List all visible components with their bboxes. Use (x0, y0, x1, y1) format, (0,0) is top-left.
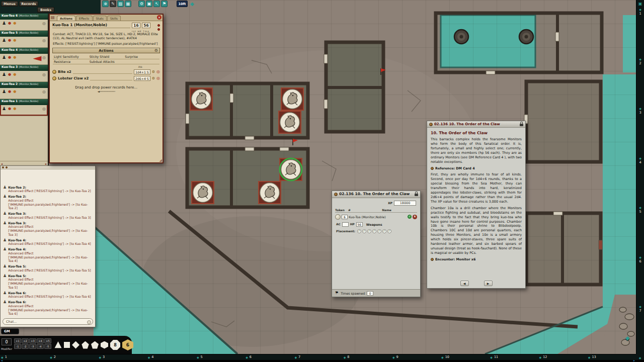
d4-die[interactable] (54, 341, 62, 349)
map-token[interactable] (260, 183, 280, 203)
scroll-left-icon[interactable]: ◂ (1, 162, 3, 165)
trait-item[interactable] (124, 59, 159, 64)
attack-settings-icon[interactable]: ⚙ (152, 70, 155, 74)
grid-tool-icon[interactable]: ▦ (125, 1, 131, 7)
flag-tool-icon[interactable]: ⚑ (161, 1, 168, 7)
token-icon[interactable]: ♟ (2, 72, 6, 77)
lock-icon[interactable] (520, 124, 523, 126)
chat-window[interactable]: ♟ Kuo-Toa 2: Advanced Effect ['RESIST:li… (0, 165, 96, 327)
story-window[interactable]: 02.136 10. The Order of the Claw 10. The… (427, 121, 526, 289)
wounds-icon[interactable]: ● (8, 22, 11, 25)
sheet-menu-icon[interactable]: ▤ (51, 16, 55, 20)
wounds-icon[interactable]: ● (8, 90, 11, 94)
tracker-entry-header[interactable]: Kuo-Toa 5 (Monitor,Noble) (0, 31, 48, 37)
status-icon[interactable]: ● (13, 39, 16, 42)
modifier-button[interactable]: +2 (22, 338, 29, 343)
tracker-entry-header[interactable]: Kuo-Toa 4 (Monitor,Noble) (0, 48, 48, 54)
trait-item[interactable]: Sticky Shield (89, 54, 124, 59)
layers-icon[interactable]: ▣ (146, 1, 152, 7)
tracker-entry[interactable]: Kuo-Toa 2 (Monitor,Noble) ♟ ● ● ◎ ◀ (0, 82, 48, 99)
spawn-icon[interactable]: ⚑ (335, 291, 339, 296)
modifier-button[interactable]: -1 (14, 344, 21, 349)
modifier-button[interactable]: +4 (37, 338, 44, 343)
window-link-icon[interactable] (429, 123, 433, 126)
close-icon[interactable]: ✕ (157, 15, 162, 20)
modifier-button[interactable]: -3 (29, 344, 36, 349)
wounds-icon[interactable]: ● (8, 73, 11, 76)
wounds-icon[interactable]: ● (8, 39, 11, 42)
map-menu-diamond-icon[interactable]: ◆ (625, 335, 629, 341)
next-page-button[interactable]: ▶ (484, 281, 493, 286)
damage-button[interactable]: 1d4+1 S (134, 69, 150, 74)
modifier-button[interactable]: +3 (29, 338, 36, 343)
grid-settings-icon[interactable]: ⚙ (138, 1, 145, 7)
chat-knob-icon[interactable] (6, 166, 8, 168)
encounter-link[interactable]: Encounter: Monitor x6 (435, 257, 475, 261)
ruler-corner-icon[interactable]: ▣ (636, 0, 644, 7)
scroll-left-icon[interactable]: ◂ (1, 359, 3, 362)
tab-effects[interactable]: Effects (76, 16, 92, 21)
placement-check-icon[interactable]: ✓ (377, 229, 381, 233)
books-button[interactable]: Books (37, 7, 54, 13)
prev-page-button[interactable]: ◀ (460, 281, 469, 286)
map-token[interactable] (193, 183, 213, 203)
targeting-icon[interactable]: ◎ (42, 39, 46, 43)
trait-item[interactable]: Surprise (124, 54, 159, 59)
mask-tool-icon[interactable]: ▨ (117, 1, 124, 7)
map-token-selected[interactable] (280, 158, 302, 180)
placement-check-icon[interactable]: ✓ (372, 229, 376, 233)
token-figure-icon[interactable]: ♟ (413, 215, 417, 219)
draw-tool-icon[interactable]: ✎ (110, 1, 116, 7)
targeting-icon[interactable]: ◎ (42, 22, 46, 26)
select-tool-icon[interactable]: ⊕ (102, 1, 109, 7)
status-icon[interactable]: ● (13, 22, 16, 25)
xp-value-field[interactable]: 18000 (394, 201, 416, 206)
actions-section-header[interactable]: Actions ⚙ (52, 48, 160, 53)
encounter-link-row[interactable]: Encounter: Monitor x6 (431, 257, 522, 261)
status-icon[interactable]: ● (13, 56, 16, 59)
encounter-window-header[interactable]: 02.136 10. The Order of the Claw (332, 191, 420, 198)
reference-link-row[interactable]: Reference: DM Card 4 (431, 166, 522, 170)
placement-check-icon[interactable]: ✓ (382, 229, 386, 233)
creature-count-field[interactable]: 6 (342, 215, 348, 219)
window-link-icon[interactable] (334, 193, 338, 196)
attack-settings-icon[interactable]: ⚙ (152, 77, 155, 80)
modifier-button[interactable]: +5 (44, 338, 51, 343)
tab-actions[interactable]: Actions (57, 16, 75, 21)
damage-button[interactable]: 2d6+4 S (134, 76, 150, 81)
horizontal-scrollbar[interactable]: ◂ ▸ (0, 360, 644, 362)
attack-uses-icon[interactable] (52, 70, 56, 74)
grid-scale-label[interactable]: 10ft (177, 1, 188, 7)
sheet-option-dots[interactable] (157, 24, 160, 31)
tracker-entry[interactable]: Kuo-Toa 3 (Monitor,Noble) ♟ ● ● ◎ ◀ (0, 65, 48, 82)
token-icon[interactable]: ♟ (2, 55, 6, 60)
modifier-button[interactable]: -4 (37, 344, 44, 349)
encounter-creature-row[interactable]: 6 Kuo-Toa (Monitor,Noble) ✓ ♟ (335, 214, 417, 220)
tracker-entry-header[interactable]: Kuo-Toa 2 (Monitor,Noble) (0, 82, 48, 88)
ac-field[interactable] (342, 222, 349, 227)
targeting-icon[interactable]: ◎ (42, 73, 46, 77)
targeting-icon[interactable]: ◎ (42, 56, 46, 60)
trait-item[interactable]: Resistance (53, 59, 89, 64)
token-icon[interactable]: ♟ (2, 107, 6, 111)
encounter-window[interactable]: 02.136 10. The Order of the Claw XP 1800… (332, 191, 421, 297)
modifier-value[interactable]: 0 (2, 338, 12, 345)
d8-result-die[interactable]: 8 (110, 340, 120, 350)
npc-sheet-window[interactable]: ▤ Actions Effects Stats Skills ✕ Kuo-Toa… (49, 14, 164, 163)
attack-row[interactable]: Bite x2 1d4+1 S ⚙ ◎ (52, 69, 160, 75)
tab-skills[interactable]: Skills (107, 16, 121, 21)
hp-field[interactable]: 56 (142, 23, 150, 28)
resize-grip-icon[interactable]: ◢ (159, 159, 162, 162)
status-icon[interactable]: ● (13, 107, 16, 111)
hp-field[interactable]: 56 (356, 222, 363, 227)
lock-icon[interactable] (415, 194, 418, 196)
attack-name[interactable]: Lobster Claw x2 (58, 76, 89, 80)
placement-check-icon[interactable]: ✓ (367, 229, 371, 233)
token-icon[interactable]: ♟ (2, 21, 6, 26)
modifier-button[interactable]: -5 (44, 344, 51, 349)
reference-link[interactable]: Reference: DM Card 4 (435, 166, 475, 170)
tracker-entry-header[interactable]: Kuo-Toa 6 (Monitor,Noble) (0, 14, 48, 20)
map-token[interactable] (283, 89, 302, 109)
status-icon[interactable]: ● (13, 90, 16, 94)
trait-item[interactable]: Subdual Attacks (89, 59, 124, 64)
